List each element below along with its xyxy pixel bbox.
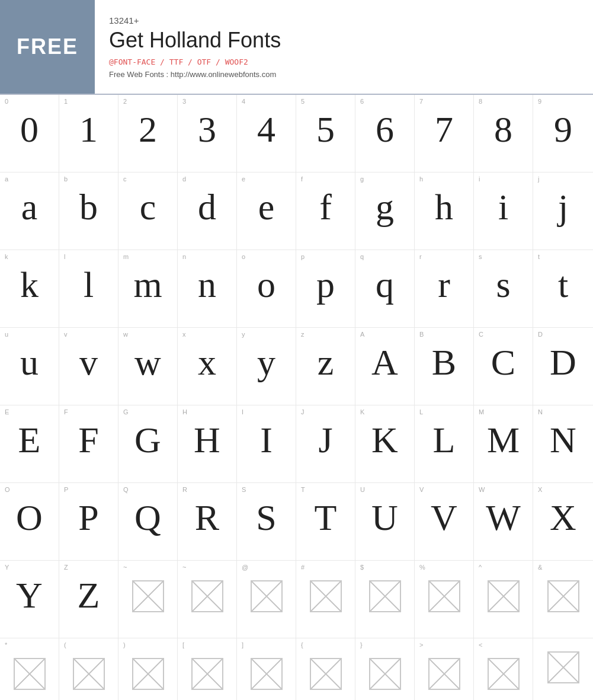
glyph-cell: HH bbox=[178, 405, 237, 482]
glyph-cell: yy bbox=[237, 328, 296, 405]
glyph-label: F bbox=[64, 409, 68, 415]
glyph-row: aabbccddeeffgghhiijj bbox=[0, 172, 593, 250]
glyph-grid: 00112233445566778899aabbccddeeffgghhiijj… bbox=[0, 95, 593, 700]
glyph-label: 0 bbox=[5, 98, 8, 105]
glyph-character: o bbox=[242, 266, 291, 303]
glyph-label: & bbox=[538, 564, 542, 571]
glyph-character: 2 bbox=[123, 111, 172, 148]
glyph-cell: 11 bbox=[59, 95, 118, 172]
glyph-cell: JJ bbox=[296, 405, 355, 482]
glyph-character: j bbox=[538, 188, 588, 225]
glyph-character: K bbox=[360, 421, 409, 458]
glyph-cell: 77 bbox=[415, 95, 474, 172]
glyph-label: B bbox=[419, 331, 424, 338]
glyph-character: b bbox=[64, 188, 113, 225]
glyph-label: w bbox=[123, 331, 128, 338]
glyph-character: D bbox=[538, 344, 588, 381]
missing-glyph bbox=[310, 580, 342, 612]
glyph-cell: xx bbox=[178, 328, 237, 405]
glyph-cell: UU bbox=[355, 483, 415, 560]
glyph-cell: FF bbox=[59, 405, 118, 482]
glyph-label: S bbox=[242, 487, 246, 493]
glyph-cell bbox=[533, 638, 593, 700]
glyph-label: L bbox=[419, 409, 423, 415]
glyph-label: 5 bbox=[301, 98, 304, 105]
glyph-character: f bbox=[301, 188, 350, 225]
missing-glyph bbox=[428, 580, 460, 612]
missing-glyph bbox=[251, 580, 283, 612]
glyph-cell: < bbox=[474, 638, 533, 700]
glyph-cell: nn bbox=[178, 250, 237, 327]
glyph-label: I bbox=[242, 409, 243, 415]
glyph-label: u bbox=[5, 331, 8, 338]
glyph-label: J bbox=[301, 409, 304, 415]
glyph-label: V bbox=[419, 487, 424, 493]
glyph-label: y bbox=[242, 331, 245, 338]
glyph-cell: XX bbox=[533, 483, 593, 560]
glyph-character: Y bbox=[5, 577, 54, 613]
glyph-cell: ZZ bbox=[59, 561, 118, 638]
glyph-character: a bbox=[5, 188, 54, 225]
glyph-label: A bbox=[360, 331, 364, 338]
glyph-character: J bbox=[301, 421, 350, 458]
glyph-label: ) bbox=[123, 642, 126, 648]
glyph-character: A bbox=[360, 344, 409, 381]
glyph-character: d bbox=[182, 188, 232, 225]
glyph-cell: kk bbox=[0, 250, 59, 327]
glyph-label: W bbox=[479, 487, 485, 493]
glyph-row: 00112233445566778899 bbox=[0, 95, 593, 172]
glyph-cell: QQ bbox=[118, 483, 178, 560]
glyph-cell: 44 bbox=[237, 95, 296, 172]
glyph-character: W bbox=[479, 499, 528, 536]
glyph-character: B bbox=[419, 344, 469, 381]
glyph-label: a bbox=[5, 176, 8, 183]
glyph-cell: pp bbox=[296, 250, 355, 327]
glyph-label: T bbox=[301, 487, 305, 493]
glyph-label: * bbox=[5, 642, 7, 648]
glyph-label: l bbox=[64, 254, 65, 260]
header-title[interactable]: Get Holland Fonts bbox=[109, 28, 281, 53]
glyph-label: x bbox=[182, 331, 186, 338]
glyph-label: ] bbox=[242, 642, 243, 648]
glyph-label: C bbox=[479, 331, 483, 338]
glyph-character: C bbox=[479, 344, 528, 381]
missing-glyph bbox=[73, 658, 105, 690]
glyph-cell: hh bbox=[415, 172, 474, 250]
glyph-row: YYZZ~~@#$%^& bbox=[0, 561, 593, 638]
glyph-label: c bbox=[123, 176, 127, 183]
glyph-cell: SS bbox=[237, 483, 296, 560]
glyph-character: x bbox=[182, 344, 232, 381]
glyph-label: 1 bbox=[64, 98, 68, 105]
glyph-cell: VV bbox=[415, 483, 474, 560]
glyph-label: D bbox=[538, 331, 543, 338]
glyph-label: b bbox=[64, 176, 68, 183]
glyph-cell: % bbox=[415, 561, 474, 638]
missing-glyph bbox=[547, 651, 579, 683]
glyph-label: # bbox=[301, 564, 304, 571]
glyph-label: Z bbox=[64, 564, 68, 571]
glyph-cell: bb bbox=[59, 172, 118, 250]
glyph-label: O bbox=[5, 487, 10, 493]
glyph-cell: & bbox=[533, 561, 593, 638]
missing-glyph bbox=[488, 580, 520, 612]
missing-glyph bbox=[310, 658, 342, 690]
glyph-label: m bbox=[123, 254, 129, 260]
glyph-cell: DD bbox=[533, 328, 593, 405]
glyph-cell: ss bbox=[474, 250, 533, 327]
glyph-cell: ^ bbox=[474, 561, 533, 638]
glyph-cell: II bbox=[237, 405, 296, 482]
glyph-label: s bbox=[479, 254, 482, 260]
missing-glyph bbox=[191, 658, 223, 690]
glyph-cell: @ bbox=[237, 561, 296, 638]
free-badge: FREE bbox=[0, 0, 95, 94]
glyph-label: U bbox=[360, 487, 365, 493]
glyph-cell: 22 bbox=[118, 95, 178, 172]
glyph-label: H bbox=[182, 409, 187, 415]
glyph-character: 8 bbox=[479, 111, 528, 148]
glyph-character: 7 bbox=[419, 111, 469, 148]
glyph-cell: GG bbox=[118, 405, 178, 482]
glyph-character: t bbox=[538, 266, 588, 303]
glyph-cell: uu bbox=[0, 328, 59, 405]
glyph-character: 6 bbox=[360, 111, 409, 148]
glyph-cell: ~ bbox=[118, 561, 178, 638]
